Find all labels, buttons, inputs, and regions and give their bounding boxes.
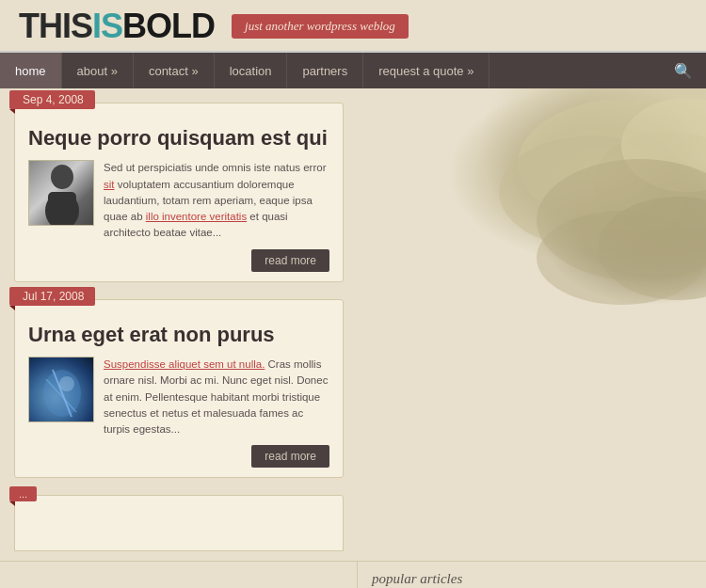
bottom-section: popular articles ⌘ t f i ↻ xyxy=(0,561,706,588)
post-body-2: Suspendisse aliquet sem ut nulla. Cras m… xyxy=(104,357,329,437)
underwater-image xyxy=(39,360,86,421)
post-body-1: Sed ut perspiciatis unde omnis iste natu… xyxy=(104,160,329,241)
post-card-2: Jul 17, 2008 Urna eget erat non purus xyxy=(14,299,344,479)
bottom-right-column: popular articles ⌘ t f i ↻ xyxy=(358,562,706,588)
posts-column: Sep 4, 2008 Neque porro quisquam est qui xyxy=(0,88,358,561)
main-content: Sep 4, 2008 Neque porro quisquam est qui xyxy=(0,88,706,561)
svg-point-13 xyxy=(537,211,706,305)
nav-request-quote[interactable]: request a quote » xyxy=(363,53,489,88)
post-thumbnail-1 xyxy=(28,160,94,226)
post-title-2: Urna eget erat non purus xyxy=(28,323,329,347)
site-header: THISISBOLD just another wordpress weblog xyxy=(0,0,706,53)
post-date-2: Jul 17, 2008 xyxy=(9,287,95,306)
post-image-1 xyxy=(29,161,94,226)
post-card-partial: ... xyxy=(14,495,344,551)
logo-is: IS xyxy=(92,7,122,45)
read-more-row-1: read more xyxy=(28,249,329,272)
svg-point-0 xyxy=(51,165,73,189)
post-card-1: Sep 4, 2008 Neque porro quisquam est qui xyxy=(14,103,344,282)
popular-articles-title: popular articles xyxy=(372,571,692,587)
post-image-2 xyxy=(29,358,94,422)
bottom-left-column xyxy=(0,562,358,588)
post-content-row-1: Sed ut perspiciatis unde omnis iste natu… xyxy=(28,160,329,241)
nav-partners[interactable]: partners xyxy=(287,53,363,88)
svg-point-6 xyxy=(59,376,74,391)
svg-rect-2 xyxy=(48,192,76,215)
logo-bold: BOLD xyxy=(122,7,215,45)
decorative-right-column xyxy=(358,88,706,561)
nav-contact[interactable]: contact » xyxy=(134,53,215,88)
nav-location[interactable]: location xyxy=(215,53,288,88)
post-text-1: Sed ut perspiciatis unde omnis iste natu… xyxy=(104,160,329,241)
site-logo[interactable]: THISISBOLD xyxy=(19,9,215,43)
tagline-badge: just another wordpress weblog xyxy=(232,14,409,39)
post-date-1: Sep 4, 2008 xyxy=(9,90,95,109)
logo-this: THIS xyxy=(19,7,92,45)
post-thumbnail-2 xyxy=(28,357,94,422)
nav-home[interactable]: home xyxy=(0,53,62,88)
read-more-row-2: read more xyxy=(28,445,329,468)
nav-about[interactable]: about » xyxy=(62,53,134,88)
main-nav: home about » contact » location partners… xyxy=(0,53,706,88)
read-more-button-1[interactable]: read more xyxy=(251,249,329,272)
person-silhouette xyxy=(39,164,86,225)
post-text-2: Suspendisse aliquet sem ut nulla. Cras m… xyxy=(104,357,329,437)
post-title-1: Neque porro quisquam est qui xyxy=(28,126,329,151)
post-date-partial: ... xyxy=(9,486,37,501)
read-more-button-2[interactable]: read more xyxy=(251,445,329,468)
search-icon[interactable]: 🔍 xyxy=(661,53,706,88)
cloud-svg xyxy=(358,88,706,389)
post-content-row-2: Suspendisse aliquet sem ut nulla. Cras m… xyxy=(28,357,329,437)
